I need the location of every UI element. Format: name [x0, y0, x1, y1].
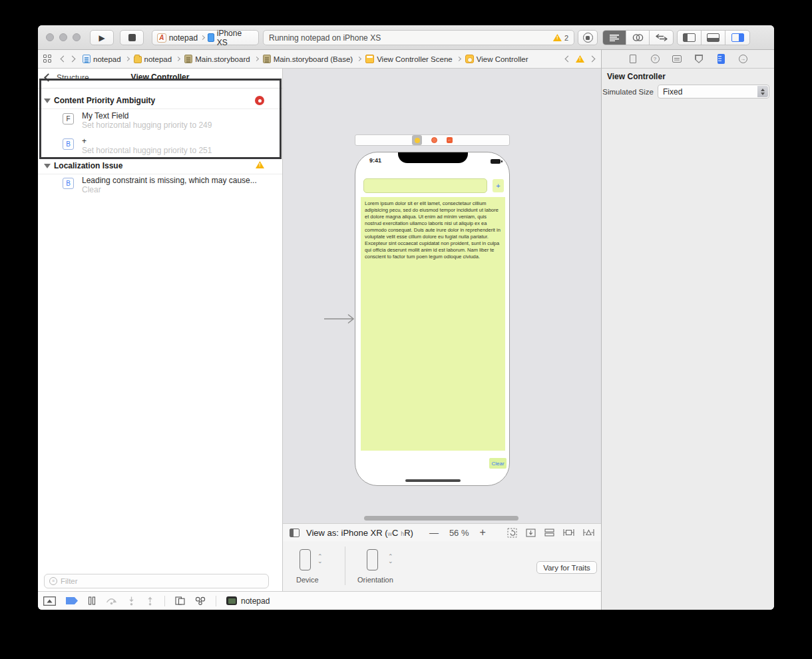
zoom-out-button[interactable]: —	[429, 527, 439, 538]
size-inspector-tab[interactable]	[715, 54, 726, 65]
inspector-tab-bar: ? →	[602, 50, 774, 69]
section-title: Localization Issue	[54, 161, 122, 170]
breadcrumb-view-controller[interactable]: View Controller	[465, 55, 528, 63]
canvas-bottom-bar: View as: iPhone XR (wC hR) — 56 % +	[283, 523, 601, 541]
disclosure-triangle-icon[interactable]	[44, 164, 51, 168]
memory-graph-button[interactable]	[195, 596, 206, 605]
breadcrumb-storyboard[interactable]: Main.storyboard	[184, 55, 250, 63]
storyboard-entry-arrow[interactable]	[324, 314, 356, 324]
jump-bar: notepad notepad Main.storyboard Main.sto…	[38, 50, 601, 69]
update-frames-button[interactable]	[507, 528, 517, 538]
version-editor-button[interactable]	[650, 31, 673, 45]
chevron-right-icon	[176, 57, 180, 61]
compare-arrows-icon	[656, 34, 668, 41]
close-button[interactable]	[46, 33, 54, 41]
desktop-background: ▶ A notepad iPhone XS Running notepad on…	[0, 0, 812, 659]
text-view[interactable]: Lorem ipsum dolor sit er elit lamet, con…	[361, 197, 505, 451]
zoom-level[interactable]: 56 %	[449, 528, 469, 538]
activity-text: Running notepad on iPhone XS	[269, 33, 381, 43]
debug-area-toggle-button[interactable]	[702, 31, 725, 45]
view-controller-dock-icon[interactable]	[412, 135, 422, 145]
assistant-editor-button[interactable]	[626, 31, 650, 45]
button-type-badge: B	[63, 178, 74, 189]
device-bar-toggle-icon[interactable]	[290, 529, 300, 537]
add-constraints-button[interactable]	[563, 529, 574, 537]
filter-field[interactable]: ≡ Filter	[44, 574, 269, 588]
previous-issue-button[interactable]	[565, 56, 572, 63]
inspectors-toggle-button[interactable]	[725, 31, 749, 45]
issue-section-content-priority[interactable]: Content Priority Ambiguity	[38, 95, 282, 108]
scheme-destination: iPhone XS	[217, 29, 254, 47]
folder-icon	[134, 56, 142, 63]
left-panel-icon	[683, 33, 696, 42]
forward-button[interactable]	[69, 56, 76, 63]
scheme-selector[interactable]: A notepad iPhone XS	[152, 30, 259, 45]
interface-builder-canvas[interactable]: ← 9:41 + Lorem ipsum dolor sit er elit l…	[283, 69, 601, 523]
warning-count: 2	[564, 34, 568, 42]
run-button[interactable]: ▶	[90, 30, 114, 45]
process-chip[interactable]: notepad	[226, 596, 270, 606]
iphone-canvas-device[interactable]: 9:41 + Lorem ipsum dolor sit er elit lam…	[355, 152, 510, 486]
stop-button[interactable]	[120, 30, 144, 45]
text-field[interactable]	[363, 178, 487, 193]
venn-circles-icon	[632, 34, 644, 41]
divider	[164, 596, 165, 606]
scene-icon	[365, 55, 374, 63]
resolve-autolayout-button[interactable]	[583, 529, 594, 537]
identity-inspector-tab[interactable]	[672, 54, 682, 65]
step-out-button[interactable]	[146, 596, 154, 606]
breadcrumb-folder[interactable]: notepad	[134, 55, 172, 63]
bottom-panel-icon	[707, 33, 719, 42]
chevron-right-icon	[457, 57, 461, 61]
step-over-button[interactable]	[106, 596, 117, 605]
library-button[interactable]	[578, 30, 598, 45]
vary-for-traits-button[interactable]: Vary for Traits	[536, 561, 597, 574]
issue-section-localization[interactable]: Localization Issue	[38, 160, 282, 173]
add-button[interactable]: +	[493, 179, 504, 192]
align-button[interactable]	[544, 529, 554, 537]
button-type-badge: B	[63, 138, 74, 150]
embed-button[interactable]	[526, 529, 536, 537]
issue-row-leading-constraint[interactable]: B Leading constraint is missing, which m…	[38, 176, 282, 200]
navigator-toggle-button[interactable]	[678, 31, 702, 45]
issue-subtitle: Set horizontal hugging priority to 249	[82, 120, 212, 130]
warning-icon[interactable]	[553, 34, 562, 41]
disclosure-triangle-icon[interactable]	[44, 99, 51, 103]
view-hierarchy-debugger-button[interactable]	[175, 596, 185, 605]
ruler-icon	[717, 54, 725, 64]
orientation-picker-icon[interactable]	[367, 549, 378, 570]
issue-row-text-field[interactable]: F My Text Field Set horizontal hugging p…	[38, 111, 282, 135]
simulated-size-popup[interactable]: Fixed	[658, 85, 769, 99]
toolbar: ▶ A notepad iPhone XS Running notepad on…	[38, 25, 774, 50]
exit-icon[interactable]: ←	[447, 137, 453, 143]
related-items-icon[interactable]	[43, 55, 52, 63]
device-stepper[interactable]: ⌃⌄	[317, 554, 323, 564]
clear-button[interactable]: Clear	[489, 458, 507, 469]
device-picker-icon[interactable]	[300, 549, 311, 570]
view-as-button[interactable]: View as: iPhone XR (wC hR)	[306, 528, 413, 538]
issue-warning-icon[interactable]	[576, 55, 584, 63]
file-inspector-tab[interactable]	[628, 54, 638, 65]
next-issue-button[interactable]	[589, 56, 596, 63]
connections-inspector-tab[interactable]: →	[737, 54, 748, 65]
breakpoints-toggle-button[interactable]	[66, 597, 78, 604]
breadcrumb-project[interactable]: notepad	[83, 55, 121, 63]
zoom-button[interactable]	[73, 33, 81, 41]
view-controller-icon	[465, 55, 474, 63]
breadcrumb-scene[interactable]: View Controller Scene	[365, 55, 453, 63]
quick-help-tab[interactable]: ?	[650, 54, 660, 65]
first-responder-icon[interactable]	[431, 137, 437, 143]
breadcrumb-storyboard-base[interactable]: Main.storyboard (Base)	[263, 55, 353, 63]
zoom-in-button[interactable]: +	[480, 527, 486, 539]
file-icon	[630, 55, 636, 63]
attributes-inspector-tab[interactable]	[694, 54, 704, 65]
issue-row-button[interactable]: B + Set horizontal hugging priority to 2…	[38, 136, 282, 160]
pause-button[interactable]	[88, 596, 96, 605]
horizontal-scrollbar[interactable]	[364, 516, 518, 521]
standard-editor-button[interactable]	[603, 31, 626, 45]
hide-debug-area-button[interactable]	[43, 596, 56, 606]
orientation-stepper[interactable]: ⌃⌄	[388, 554, 393, 564]
minimize-button[interactable]	[59, 33, 67, 41]
step-into-button[interactable]	[127, 596, 136, 606]
back-button[interactable]	[61, 56, 67, 63]
